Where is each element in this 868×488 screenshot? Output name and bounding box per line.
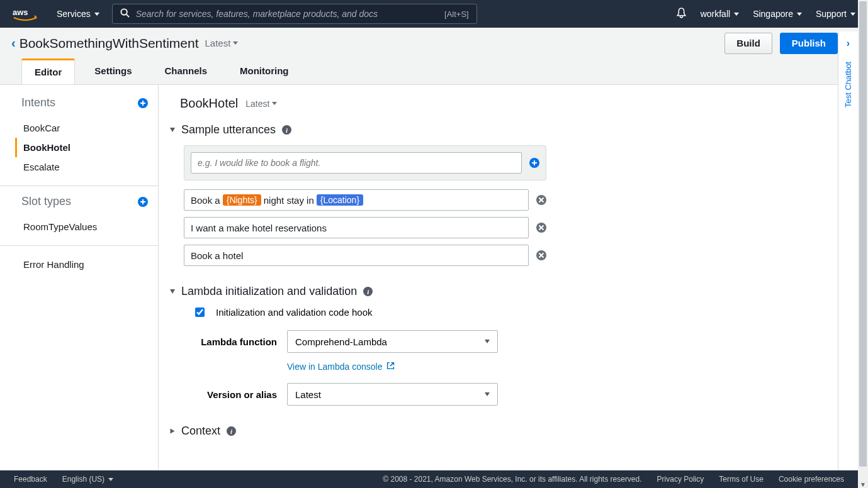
search-input[interactable] <box>136 9 438 19</box>
intent-header: BookHotel Latest <box>180 96 843 111</box>
tab-channels[interactable]: Channels <box>152 58 221 84</box>
search-shortcut: [Alt+S] <box>444 9 469 19</box>
intent-name: BookHotel <box>180 96 238 111</box>
intents-head-label: Intents <box>21 96 55 109</box>
collapse-toggle-icon[interactable] <box>171 429 175 434</box>
tab-monitoring[interactable]: Monitoring <box>227 58 302 84</box>
caret-down-icon <box>94 13 99 16</box>
add-utterance-button[interactable] <box>529 158 539 168</box>
intent-version-dropdown[interactable]: Latest <box>245 99 277 109</box>
lambda-section-head: Lambda initialization and validation i <box>170 285 843 298</box>
privacy-link[interactable]: Privacy Policy <box>657 475 704 484</box>
lambda-function-select[interactable]: Comprehend-Lambda <box>287 330 498 353</box>
caret-down-icon <box>734 13 739 16</box>
external-link-icon <box>386 362 395 372</box>
intent-version-label: Latest <box>245 99 269 109</box>
language-selector[interactable]: English (US) <box>62 475 113 484</box>
caret-down-icon <box>485 340 490 343</box>
slottypes-head-label: Slot types <box>21 195 71 208</box>
view-lambda-link-row: View in Lambda console <box>287 362 843 372</box>
sidebar-intent-bookcar[interactable]: BookCar <box>15 118 148 138</box>
services-menu[interactable]: Services <box>57 9 99 19</box>
add-intent-button[interactable] <box>138 98 148 108</box>
utterance-text[interactable]: Book a {Nights} night stay in {Location} <box>184 189 529 211</box>
lambda-function-label: Lambda function <box>195 336 277 347</box>
build-button[interactable]: Build <box>724 33 772 54</box>
test-chatbot-label[interactable]: Test Chatbot <box>843 62 853 108</box>
main-tabs: Editor Settings Channels Monitoring <box>0 58 868 85</box>
collapse-toggle-icon[interactable] <box>170 289 175 294</box>
expand-drawer-icon[interactable]: › <box>847 38 850 49</box>
top-nav: aws Services [Alt+S] workfall Singapore … <box>0 0 868 28</box>
region-menu[interactable]: Singapore <box>753 9 802 19</box>
footer: Feedback English (US) © 2008 - 2021, Ama… <box>0 470 858 488</box>
svg-point-1 <box>121 9 127 14</box>
support-label: Support <box>816 9 847 19</box>
sidebar: Intents BookCar BookHotel Escalate Slot … <box>0 85 159 470</box>
lambda-version-label: Version or alias <box>195 389 277 400</box>
utterance-add-row <box>184 145 546 180</box>
utterance-input[interactable] <box>191 152 522 174</box>
divider <box>0 245 158 246</box>
test-chatbot-drawer[interactable]: › Test Chatbot <box>838 31 858 470</box>
code-hook-label: Initialization and validation code hook <box>216 307 373 318</box>
breadcrumb-bar: ‹ BookSomethingWithSentiment Latest Buil… <box>0 28 868 59</box>
cookie-link[interactable]: Cookie preferences <box>779 475 844 484</box>
utterance-row: Book a hotel <box>184 245 546 266</box>
notifications-icon[interactable] <box>676 8 687 21</box>
lambda-function-value: Comprehend-Lambda <box>295 336 387 347</box>
tab-editor[interactable]: Editor <box>21 58 75 84</box>
bot-version-label: Latest <box>205 38 230 48</box>
slot-chip-location[interactable]: {Location} <box>317 194 363 206</box>
language-label: English (US) <box>62 475 104 484</box>
caret-down-icon <box>485 392 490 396</box>
utterance-text[interactable]: I want a make hotel reservations <box>184 217 529 238</box>
info-icon[interactable]: i <box>282 125 291 135</box>
delete-utterance-button[interactable] <box>536 195 546 205</box>
info-icon[interactable]: i <box>227 426 236 436</box>
main-area: Intents BookCar BookHotel Escalate Slot … <box>0 85 868 470</box>
context-section-head: Context i <box>170 424 843 438</box>
account-menu[interactable]: workfall <box>701 9 739 19</box>
sidebar-intent-escalate[interactable]: Escalate <box>15 157 148 177</box>
copyright-text: © 2008 - 2021, Amazon Web Services, Inc.… <box>383 475 641 484</box>
lambda-version-row: Version or alias Latest <box>195 383 843 406</box>
aws-logo[interactable]: aws <box>13 6 38 21</box>
tab-settings[interactable]: Settings <box>81 58 145 84</box>
view-lambda-link[interactable]: View in Lambda console <box>287 362 395 372</box>
slottypes-section-head: Slot types <box>21 195 148 208</box>
utterances-head-label: Sample utterances <box>181 123 276 136</box>
search-icon <box>120 8 130 20</box>
utterance-fragment: night stay in <box>264 195 314 206</box>
info-icon[interactable]: i <box>363 287 373 296</box>
publish-button[interactable]: Publish <box>780 33 838 54</box>
lambda-function-row: Lambda function Comprehend-Lambda <box>195 330 843 353</box>
add-slottype-button[interactable] <box>138 197 148 207</box>
global-search[interactable]: [Alt+S] <box>112 4 477 24</box>
back-icon[interactable]: ‹ <box>11 36 16 50</box>
slot-chip-nights[interactable]: {Nights} <box>223 194 261 206</box>
lambda-version-select[interactable]: Latest <box>287 383 498 406</box>
delete-utterance-button[interactable] <box>536 223 546 233</box>
support-menu[interactable]: Support <box>816 9 855 19</box>
delete-utterance-button[interactable] <box>536 250 546 260</box>
utterance-row: Book a {Nights} night stay in {Location} <box>184 189 546 211</box>
bot-title: BookSomethingWithSentiment <box>20 36 199 51</box>
terms-link[interactable]: Terms of Use <box>719 475 764 484</box>
services-label: Services <box>57 9 91 19</box>
sidebar-error-handling[interactable]: Error Handling <box>15 255 148 274</box>
code-hook-checkbox-row: Initialization and validation code hook <box>195 307 843 318</box>
code-hook-checkbox[interactable] <box>195 308 205 317</box>
sidebar-slottype-roomtype[interactable]: RoomTypeValues <box>15 217 148 236</box>
content-panel: BookHotel Latest Sample utterances i Boo… <box>159 85 868 470</box>
svg-line-2 <box>127 14 129 16</box>
bot-version-dropdown[interactable]: Latest <box>205 38 238 48</box>
sidebar-intent-bookhotel[interactable]: BookHotel <box>15 138 148 157</box>
caret-down-icon <box>797 13 802 16</box>
caret-down-icon <box>233 42 238 45</box>
utterances-section-head: Sample utterances i <box>170 123 843 136</box>
utterance-text[interactable]: Book a hotel <box>184 245 529 266</box>
feedback-link[interactable]: Feedback <box>14 475 47 484</box>
account-label: workfall <box>701 9 730 19</box>
collapse-toggle-icon[interactable] <box>170 128 175 132</box>
